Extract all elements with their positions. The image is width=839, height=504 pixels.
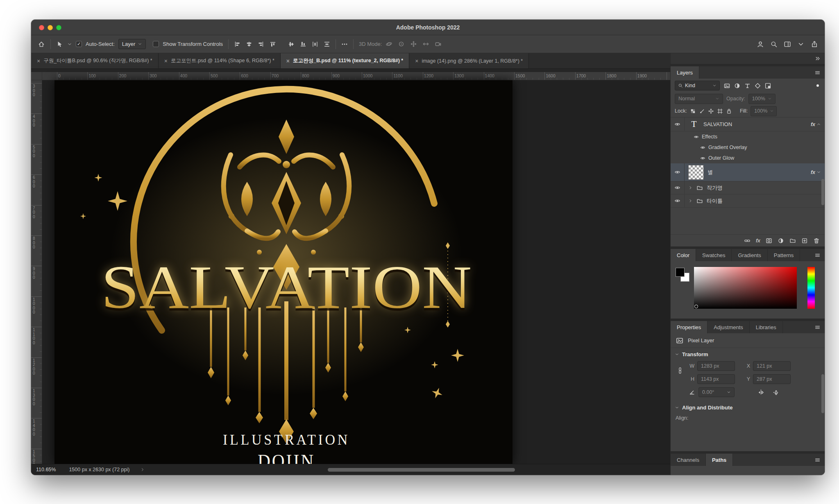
roll-3d-icon[interactable] <box>398 41 405 47</box>
slide-3d-icon[interactable] <box>422 41 429 47</box>
align-section-header[interactable]: Align and Distribute <box>671 401 825 414</box>
status-chevron-icon[interactable] <box>140 467 145 472</box>
filter-image-icon[interactable] <box>723 82 730 89</box>
effects-collapse-icon[interactable] <box>816 122 821 127</box>
layer-row[interactable]: 별fx <box>671 163 825 181</box>
tab-swatches[interactable]: Swatches <box>696 249 732 261</box>
document-canvas[interactable]: SALVATION SALVATION SALVATION ILLUSTRATI… <box>54 80 512 464</box>
document-tab[interactable]: ×로고포인트.psd @ 114% (Shape 6, RGB/8*) * <box>159 53 281 68</box>
layer-filter-kind-dropdown[interactable]: Kind <box>675 81 720 90</box>
horizontal-ruler[interactable]: 0100200300400500600700800900100011001200… <box>42 72 670 80</box>
filter-adjustment-icon[interactable] <box>734 82 741 89</box>
collapse-panels-icon[interactable] <box>815 56 821 61</box>
flip-vertical-icon[interactable] <box>773 389 780 396</box>
align-center-v-icon[interactable] <box>288 41 295 47</box>
chevron-down-icon[interactable] <box>797 41 805 48</box>
link-dimensions-icon[interactable] <box>676 367 684 374</box>
orbit-3d-icon[interactable] <box>385 41 392 47</box>
filter-type-icon[interactable] <box>744 82 751 89</box>
show-transform-checkbox[interactable] <box>153 41 159 47</box>
tab-layers[interactable]: Layers <box>671 66 699 79</box>
filter-smart-icon[interactable] <box>764 82 771 89</box>
close-tab-icon[interactable]: × <box>415 58 418 64</box>
tab-patterns[interactable]: Patterns <box>768 249 800 261</box>
transform-section-header[interactable]: Transform <box>671 348 825 360</box>
tab-gradients[interactable]: Gradients <box>732 249 767 261</box>
tab-paths[interactable]: Paths <box>706 454 733 466</box>
search-icon[interactable] <box>770 41 778 48</box>
blend-mode-dropdown[interactable]: Normal <box>675 94 723 104</box>
layer-row[interactable]: 타이틀 <box>671 194 825 208</box>
distribute-h-icon[interactable] <box>312 41 318 47</box>
layer-row[interactable]: 작가명 <box>671 181 825 194</box>
visibility-toggle-icon[interactable] <box>671 181 685 194</box>
tab-adjustments[interactable]: Adjustments <box>707 321 750 333</box>
fx-badge-icon[interactable]: fx <box>756 238 760 244</box>
flip-horizontal-icon[interactable] <box>757 389 764 396</box>
layers-scrollbar[interactable] <box>821 179 824 205</box>
home-icon[interactable] <box>38 41 45 48</box>
lock-pixels-icon[interactable] <box>699 108 705 114</box>
foreground-background-swatches[interactable] <box>675 267 694 286</box>
color-picker-dot[interactable] <box>694 305 698 308</box>
lock-position-icon[interactable] <box>708 108 714 114</box>
effect-visibility-icon[interactable] <box>700 145 705 150</box>
new-layer-icon[interactable] <box>801 237 808 244</box>
link-icon[interactable] <box>744 237 751 244</box>
visibility-toggle-icon[interactable] <box>671 118 685 131</box>
layer-fx-controls[interactable]: fx <box>811 122 821 127</box>
properties-panel-menu-icon[interactable] <box>814 324 825 330</box>
color-saturation-field[interactable] <box>694 267 797 309</box>
zoom-button[interactable] <box>56 25 61 30</box>
vertical-ruler[interactable]: 3 0 04 0 05 0 06 0 07 0 08 0 09 0 01 0 0… <box>31 80 42 464</box>
account-icon[interactable] <box>757 41 764 48</box>
minimize-button[interactable] <box>48 25 53 30</box>
group-expand-icon[interactable] <box>688 185 693 190</box>
color-panel-menu-icon[interactable] <box>814 252 825 258</box>
tool-preset-chevron-icon[interactable] <box>67 42 72 47</box>
layer-fx-controls[interactable]: fx <box>811 170 821 175</box>
effects-expand-icon[interactable] <box>816 170 821 174</box>
effect-visibility-icon[interactable] <box>694 134 699 140</box>
move-tool-icon[interactable] <box>56 41 63 48</box>
visibility-toggle-icon[interactable] <box>671 163 685 181</box>
document-tab[interactable]: ×image (14).png @ 286% (Layer 1, RGB/8*)… <box>409 53 529 68</box>
align-center-h-icon[interactable] <box>246 41 252 47</box>
layer-mask-icon[interactable] <box>766 237 772 244</box>
document-tab[interactable]: ×구원_타이틀B.psd @ 90.6% (작가명, RGB/8#) * <box>31 53 159 68</box>
effect-row[interactable]: Gradient Overlay <box>671 142 825 153</box>
align-right-icon[interactable] <box>258 41 264 47</box>
opacity-field[interactable]: 100% <box>748 94 776 104</box>
x-field[interactable]: 121 px <box>753 361 791 371</box>
lock-artboard-icon[interactable] <box>717 108 723 114</box>
tab-libraries[interactable]: Libraries <box>750 321 783 333</box>
filter-toggle-icon[interactable] <box>815 83 821 88</box>
adjustment-circle-icon[interactable] <box>778 237 784 244</box>
visibility-toggle-icon[interactable] <box>671 194 685 207</box>
bottom-panel-menu-icon[interactable] <box>814 457 825 463</box>
lock-all-icon[interactable] <box>726 108 732 114</box>
group-expand-icon[interactable] <box>688 199 693 203</box>
workspace-icon[interactable] <box>784 41 791 48</box>
effect-visibility-icon[interactable] <box>700 156 705 161</box>
auto-select-target-dropdown[interactable]: Layer <box>118 39 146 49</box>
horizontal-scrollbar[interactable] <box>328 468 515 472</box>
width-field[interactable]: 1283 px <box>697 361 735 371</box>
y-field[interactable]: 287 px <box>753 374 791 384</box>
trash-icon[interactable] <box>813 237 820 244</box>
foreground-color-swatch[interactable] <box>676 268 685 277</box>
tab-channels[interactable]: Channels <box>671 454 706 466</box>
close-button[interactable] <box>39 25 44 30</box>
pan-3d-icon[interactable] <box>410 41 417 47</box>
lock-transparency-icon[interactable] <box>690 108 696 114</box>
layer-row[interactable]: TSALVATIONfx <box>671 118 825 131</box>
fill-field[interactable]: 100% <box>751 106 777 116</box>
tab-color[interactable]: Color <box>671 249 696 261</box>
layer-thumbnail[interactable] <box>688 165 704 180</box>
share-icon[interactable] <box>811 41 818 48</box>
ruler-corner[interactable] <box>31 72 42 80</box>
close-tab-icon[interactable]: × <box>286 58 290 64</box>
close-tab-icon[interactable]: × <box>164 58 168 64</box>
align-top-icon[interactable] <box>270 41 276 47</box>
camera-3d-icon[interactable] <box>435 41 442 47</box>
